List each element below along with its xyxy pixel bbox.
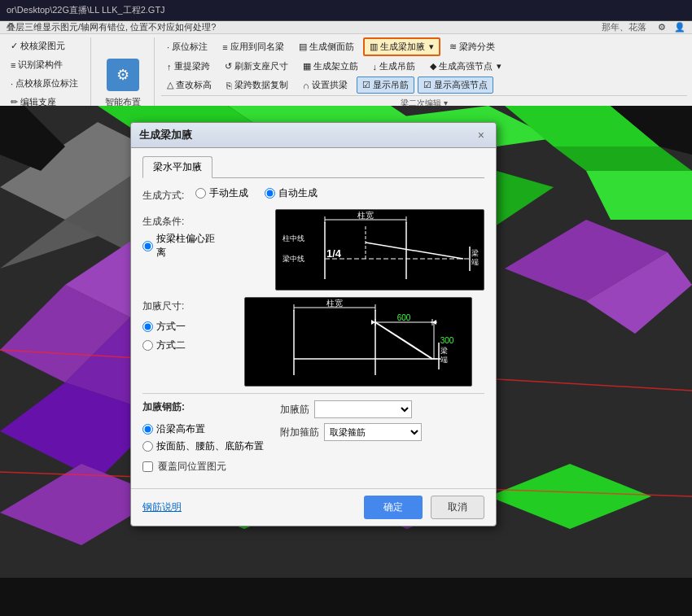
auto-option[interactable]: 自动生成 (265, 186, 318, 200)
second-edit-rows: · 原位标注 ≡ 应用到同名梁 ▤ 生成侧面筋 ▥ 生成梁加腋 ▾ (161, 37, 687, 94)
second-edit-row-3: △ 查改标高 ⎘ 梁跨数据复制 ∩ 设置拱梁 ☑ 显示吊筋 (161, 76, 687, 94)
manual-radio[interactable] (195, 188, 206, 199)
method1-option[interactable]: 方式一 (142, 320, 187, 334)
gen-section-btn[interactable]: ▤ 生成侧面筋 (293, 37, 360, 56)
modal-body: 梁水平加腋 生成方式: 手动生成 自动生成 (131, 148, 496, 488)
beam-span-copy-btn[interactable]: ⎘ 梁跨数据复制 (221, 76, 294, 94)
by-face-label: 按面筋、腰筋、底筋布置 (156, 439, 264, 453)
rebar-description-link[interactable]: 钢筋说明 (142, 500, 182, 514)
refresh-seat-btn[interactable]: ↺ 刷新支座尺寸 (219, 58, 294, 75)
modal-close-button[interactable]: × (475, 129, 488, 142)
haunch-bar-select[interactable] (314, 400, 412, 418)
refresh-seat-icon: ↺ (225, 61, 232, 72)
additional-bar-select[interactable]: 取梁箍筋 (324, 423, 422, 441)
gen-haunch-dropdown-icon[interactable]: ▾ (429, 42, 434, 52)
settings-icon[interactable]: ⚙ (658, 22, 666, 33)
set-arch-btn[interactable]: ∩ 设置拱梁 (297, 76, 353, 94)
by-face-radio[interactable] (142, 441, 153, 452)
second-edit-row-1: · 原位标注 ≡ 应用到同名梁 ▤ 生成侧面筋 ▥ 生成梁加腋 ▾ (161, 37, 687, 56)
by-eccentric-label: 按梁柱偏心距离 (156, 232, 218, 260)
gen-high-node-btn[interactable]: ◆ 生成高强节点 ▾ (424, 58, 507, 75)
check-height-icon: △ (167, 80, 173, 90)
svg-text:柱中线: 柱中线 (282, 234, 304, 242)
modal-title: 生成梁加腋 (139, 128, 192, 142)
haunch-bar-label: 加腋筋 (280, 403, 309, 417)
re-lift-btn[interactable]: ↑ 重提梁跨 (161, 58, 216, 75)
cover-checkbox[interactable] (142, 461, 153, 472)
check-beam-icon: ✓ (11, 41, 18, 51)
by-eccentric-radio[interactable] (142, 241, 153, 251)
gen-method-label: 生成方式: (142, 186, 187, 203)
check-label-btn[interactable]: · 点校核原位标注 (5, 75, 84, 92)
haunch-size-controls: 加腋尺寸: 方式一 方式二 (142, 297, 187, 352)
gen-hanger-btn[interactable]: ↓ 生成吊筋 (367, 58, 422, 75)
check-label-icon: · (11, 79, 13, 89)
manual-option[interactable]: 手动生成 (195, 186, 248, 200)
modal-footer: 钢筋说明 确定 取消 (131, 488, 496, 526)
haunch-size-label: 加腋尺寸: (142, 297, 187, 313)
svg-line-59 (375, 322, 432, 359)
cad-canvas: 生成梁加腋 × 梁水平加腋 生成方式: 手动生成 (0, 106, 692, 616)
smart-icon[interactable]: ⚙ (107, 59, 139, 91)
check-height-btn[interactable]: △ 查改标高 (161, 76, 217, 94)
haunch-bar-row: 加腋筋 (280, 400, 422, 418)
haunch-size-section: 加腋尺寸: 方式一 方式二 (142, 297, 484, 387)
beam-classify-icon: ≋ (449, 42, 457, 52)
gen-high-node-dropdown-icon[interactable]: ▾ (497, 61, 501, 72)
modal-header: 生成梁加腋 × (131, 123, 496, 148)
tab-horizontal[interactable]: 梁水平加腋 (142, 156, 212, 178)
gen-condition-section: 生成条件: 按梁柱偏心距离 柱宽 (142, 209, 484, 291)
show-high-node-btn[interactable]: ☑ 显示高强节点 (418, 76, 493, 94)
top-diagram: 柱宽 柱中线 1/4 (275, 209, 484, 291)
gen-haunch-modal: 生成梁加腋 × 梁水平加腋 生成方式: 手动生成 (130, 122, 497, 526)
manual-label: 手动生成 (209, 186, 248, 200)
tab-bar: 梁水平加腋 (142, 156, 484, 178)
gen-high-node-icon: ◆ (430, 61, 436, 72)
method2-radio[interactable] (142, 340, 153, 351)
apply-same-icon: ≡ (222, 42, 227, 52)
gen-frame-btn[interactable]: ▦ 生成架立筋 (297, 58, 364, 75)
set-arch-icon: ∩ (303, 81, 309, 90)
svg-text:600: 600 (397, 313, 411, 322)
by-eccentric-option[interactable]: 按梁柱偏心距离 (142, 232, 218, 260)
modal-overlay: 生成梁加腋 × 梁水平加腋 生成方式: 手动生成 (0, 106, 692, 616)
along-height-radio[interactable] (142, 424, 153, 435)
cover-checkbox-row: 覆盖同位置图元 (142, 460, 484, 474)
svg-text:端: 端 (440, 356, 448, 364)
identify-component-icon: ≡ (11, 60, 15, 70)
along-height-option[interactable]: 沿梁高布置 (142, 422, 264, 436)
svg-text:端: 端 (471, 258, 479, 266)
confirm-button[interactable]: 确定 (364, 496, 423, 519)
method1-label: 方式一 (156, 320, 186, 334)
along-height-label: 沿梁高布置 (156, 422, 205, 436)
rebar-section: 加腋钢筋: 沿梁高布置 按面筋、腰筋、底筋布置 (142, 393, 484, 453)
beam-classify-btn[interactable]: ≋ 梁跨分类 (444, 37, 501, 56)
gen-section-icon: ▤ (299, 42, 307, 52)
footer-buttons: 确定 取消 (364, 496, 484, 519)
gen-hanger-icon: ↓ (373, 62, 378, 72)
additional-bar-row: 附加箍筋 取梁箍筋 (280, 423, 422, 441)
identify-component-btn[interactable]: ≡ 识别梁构件 (5, 56, 84, 73)
svg-text:梁中线: 梁中线 (282, 255, 304, 263)
method1-radio[interactable] (142, 321, 153, 332)
origin-mark-btn[interactable]: · 原位标注 (161, 37, 213, 56)
gen-haunch-btn[interactable]: ▥ 生成梁加腋 ▾ (363, 37, 440, 56)
by-face-option[interactable]: 按面筋、腰筋、底筋布置 (142, 439, 264, 453)
re-lift-icon: ↑ (167, 62, 172, 72)
bottom-diagram: 柱宽 600 (244, 297, 472, 387)
show-hanger-btn[interactable]: ☑ 显示吊筋 (357, 76, 414, 94)
rebar-right: 加腋筋 附加箍筋 取梁箍筋 (280, 400, 422, 453)
user-icon[interactable]: 👤 (674, 22, 685, 33)
check-beam-btn[interactable]: ✓ 校核梁图元 (5, 37, 84, 55)
title-text: or\Desktop\22G直播\LL LLK_工程2.GTJ (7, 4, 165, 16)
auto-radio[interactable] (265, 188, 275, 199)
auto-label: 自动生成 (278, 186, 318, 200)
svg-text:300: 300 (440, 336, 454, 345)
svg-text:1/4: 1/4 (326, 247, 342, 260)
method2-label: 方式二 (156, 339, 186, 352)
cancel-button[interactable]: 取消 (431, 496, 484, 519)
svg-line-39 (366, 242, 463, 259)
method2-option[interactable]: 方式二 (142, 339, 187, 352)
cover-label: 覆盖同位置图元 (158, 460, 226, 474)
apply-same-btn[interactable]: ≡ 应用到同名梁 (217, 37, 289, 56)
